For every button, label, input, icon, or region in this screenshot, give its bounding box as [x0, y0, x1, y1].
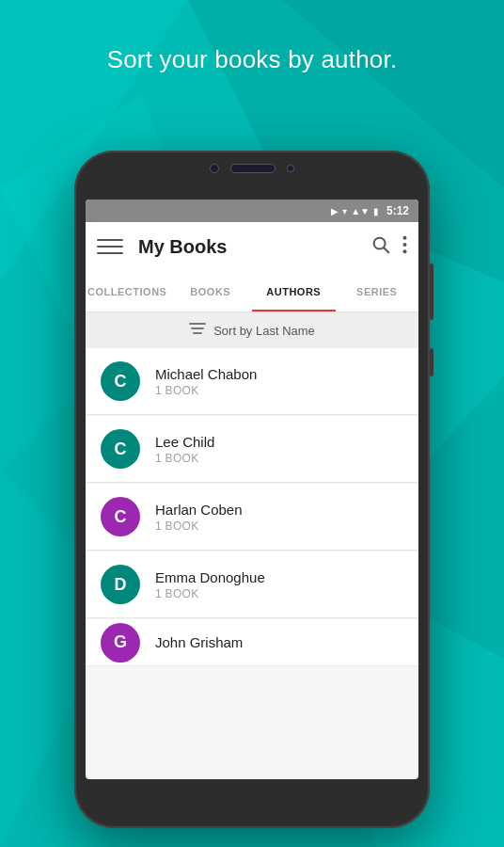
- sort-icon: [189, 322, 206, 339]
- status-time: 5:12: [386, 204, 409, 217]
- author-count-coben: 1 BOOK: [155, 519, 403, 533]
- author-info-chabon: Michael Chabon 1 BOOK: [155, 366, 403, 397]
- hamburger-line-1: [97, 239, 123, 241]
- author-name-coben: Harlan Coben: [155, 502, 403, 518]
- data-icon: ▲▼: [351, 206, 370, 216]
- author-name-donoghue: Emma Donoghue: [155, 569, 403, 585]
- sort-bar[interactable]: Sort by Last Name: [86, 312, 418, 348]
- svg-line-9: [384, 248, 388, 252]
- svg-point-12: [403, 249, 407, 253]
- phone-camera: [210, 164, 219, 173]
- phone-top: [74, 164, 430, 173]
- phone-screen: ▶ ▾ ▲▼ ▮ 5:12 My Books: [86, 200, 418, 779]
- battery-icon: ▮: [373, 206, 379, 216]
- power-button: [430, 348, 433, 376]
- author-name-child: Lee Child: [155, 434, 403, 450]
- author-info-grisham: John Grisham: [155, 634, 403, 650]
- app-bar: My Books: [86, 222, 418, 271]
- author-count-donoghue: 1 BOOK: [155, 587, 403, 600]
- author-item-grisham[interactable]: G John Grisham: [86, 619, 418, 666]
- author-name-chabon: Michael Chabon: [155, 366, 403, 382]
- author-count-child: 1 BOOK: [155, 452, 403, 465]
- volume-button: [430, 264, 433, 320]
- author-info-donoghue: Emma Donoghue 1 BOOK: [155, 569, 403, 600]
- avatar-donoghue: D: [101, 565, 140, 604]
- status-bar: ▶ ▾ ▲▼ ▮ 5:12: [86, 200, 418, 222]
- phone-sensor: [287, 165, 294, 172]
- author-item-donoghue[interactable]: D Emma Donoghue 1 BOOK: [86, 551, 418, 618]
- app-bar-actions: [370, 234, 407, 260]
- svg-point-11: [403, 243, 407, 247]
- author-count-chabon: 1 BOOK: [155, 384, 403, 397]
- search-icon[interactable]: [370, 234, 391, 260]
- author-item-child[interactable]: C Lee Child 1 BOOK: [86, 416, 418, 483]
- sort-label: Sort by Last Name: [213, 324, 315, 338]
- tab-authors[interactable]: AUTHORS: [252, 271, 336, 312]
- phone-shell: ▶ ▾ ▲▼ ▮ 5:12 My Books: [74, 151, 430, 828]
- phone-speaker: [230, 164, 276, 173]
- avatar-grisham: G: [101, 623, 140, 663]
- author-name-grisham: John Grisham: [155, 634, 403, 650]
- menu-button[interactable]: [97, 239, 123, 254]
- author-item-chabon[interactable]: C Michael Chabon 1 BOOK: [86, 348, 418, 415]
- app-title: My Books: [138, 236, 363, 258]
- avatar-child: C: [101, 429, 140, 469]
- tabs-bar: COLLECTIONS BOOKS AUTHORS SERIES: [86, 271, 418, 312]
- more-icon[interactable]: [402, 235, 407, 259]
- hamburger-line-2: [97, 246, 123, 248]
- author-item-coben[interactable]: C Harlan Coben 1 BOOK: [86, 484, 418, 551]
- avatar-chabon: C: [101, 361, 140, 401]
- author-info-child: Lee Child 1 BOOK: [155, 434, 403, 465]
- hamburger-line-3: [97, 252, 123, 254]
- tab-series[interactable]: SERIES: [336, 271, 419, 312]
- author-info-coben: Harlan Coben 1 BOOK: [155, 502, 403, 533]
- signal-icon: ▶: [331, 206, 339, 216]
- svg-point-10: [403, 235, 407, 239]
- status-icons: ▶ ▾ ▲▼ ▮: [331, 206, 379, 216]
- wifi-icon: ▾: [342, 206, 347, 216]
- tab-collections[interactable]: COLLECTIONS: [86, 271, 169, 312]
- page-headline: Sort your books by author.: [0, 45, 504, 74]
- author-list: C Michael Chabon 1 BOOK C Lee Child 1 BO…: [86, 348, 418, 667]
- avatar-coben: C: [101, 497, 140, 536]
- tab-books[interactable]: BOOKS: [169, 271, 253, 312]
